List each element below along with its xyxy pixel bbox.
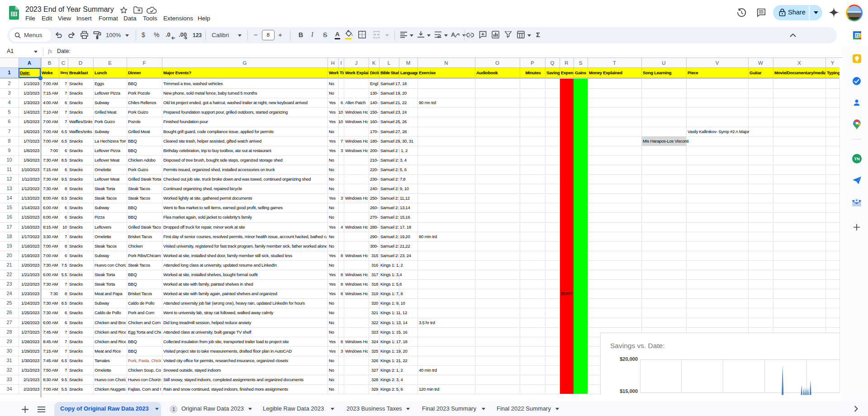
svg-text:31: 31 [855, 33, 859, 38]
